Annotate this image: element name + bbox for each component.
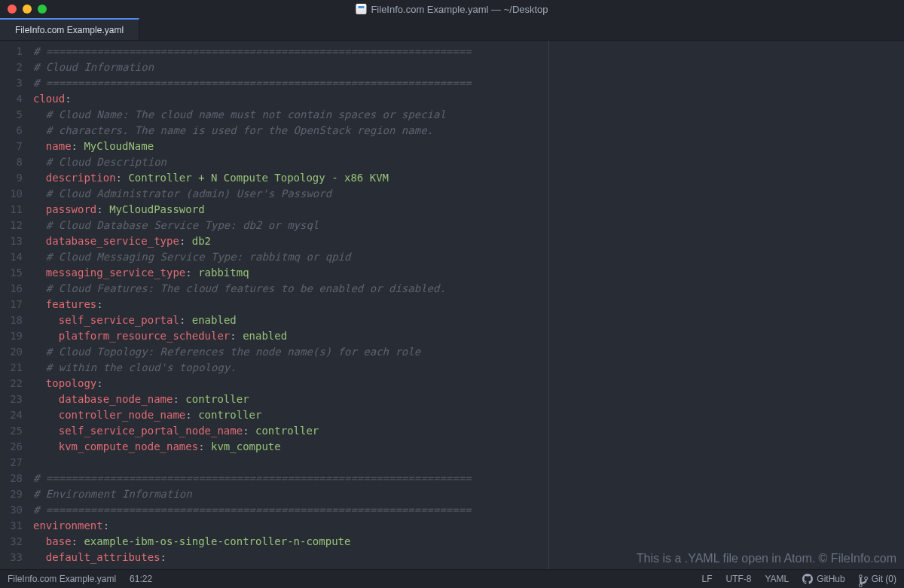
window-title-text: FileInfo.com Example.yaml — ~/Desktop <box>371 4 548 15</box>
line-number[interactable]: 3 <box>0 75 32 91</box>
line-number-gutter[interactable]: 1234567891011121314151617181920212223242… <box>0 41 32 569</box>
line-number[interactable]: 14 <box>0 249 32 265</box>
code-line[interactable]: # ======================================… <box>33 44 904 59</box>
code-line[interactable]: password: MyCloudPassword <box>33 202 904 218</box>
status-github-label: GitHub <box>817 574 844 584</box>
code-line[interactable]: # Cloud Topology: References the node na… <box>33 344 904 360</box>
line-number[interactable]: 5 <box>0 107 32 123</box>
line-number[interactable]: 24 <box>0 407 32 423</box>
status-cursor-position[interactable]: 61:22 <box>130 574 152 584</box>
code-line[interactable]: # Cloud Database Service Type: db2 or my… <box>33 218 904 233</box>
code-line[interactable]: # ======================================… <box>33 471 904 486</box>
close-window-button[interactable] <box>8 5 17 14</box>
status-git-label: Git (0) <box>872 574 896 584</box>
code-line[interactable]: # ======================================… <box>33 75 904 91</box>
file-icon <box>356 4 366 14</box>
line-number[interactable]: 16 <box>0 281 32 297</box>
line-number[interactable]: 25 <box>0 423 32 439</box>
line-number[interactable]: 15 <box>0 265 32 281</box>
code-area[interactable]: # ======================================… <box>32 41 904 569</box>
code-line[interactable]: messaging_service_type: rabbitmq <box>33 265 904 281</box>
line-number[interactable]: 33 <box>0 550 32 565</box>
line-number[interactable]: 19 <box>0 328 32 344</box>
code-line[interactable]: # Cloud Administrator (admin) User's Pas… <box>33 186 904 202</box>
git-branch-icon <box>859 574 868 584</box>
code-line[interactable]: database_node_name: controller <box>33 391 904 407</box>
github-icon <box>802 574 813 584</box>
line-number[interactable]: 6 <box>0 123 32 139</box>
line-number[interactable]: 31 <box>0 518 32 534</box>
line-number[interactable]: 27 <box>0 455 32 471</box>
line-number[interactable]: 13 <box>0 233 32 249</box>
code-line[interactable]: cloud: <box>33 91 904 107</box>
code-line[interactable]: topology: <box>33 376 904 391</box>
code-line[interactable]: base: example-ibm-os-single-controller-n… <box>33 534 904 550</box>
line-number[interactable]: 1 <box>0 44 32 59</box>
status-grammar[interactable]: YAML <box>765 574 789 584</box>
maximize-window-button[interactable] <box>38 5 47 14</box>
code-line[interactable]: features: <box>33 297 904 312</box>
line-number[interactable]: 12 <box>0 218 32 233</box>
window-title: FileInfo.com Example.yaml — ~/Desktop <box>356 4 548 15</box>
editor-pane[interactable]: 1234567891011121314151617181920212223242… <box>0 41 904 569</box>
wrap-guide <box>548 41 549 569</box>
code-line[interactable]: default_attributes: <box>33 550 904 565</box>
tab-bar[interactable]: FileInfo.com Example.yaml <box>0 18 904 41</box>
code-line[interactable]: kvm_compute_node_names: kvm_compute <box>33 439 904 455</box>
code-line[interactable]: # ======================================… <box>33 502 904 518</box>
code-line[interactable]: # Cloud Features: The cloud features to … <box>33 281 904 297</box>
status-git-branch[interactable]: Git (0) <box>859 574 896 584</box>
code-line[interactable]: description: Controller + N Compute Topo… <box>33 170 904 186</box>
minimize-window-button[interactable] <box>23 5 32 14</box>
line-number[interactable]: 11 <box>0 202 32 218</box>
line-number[interactable]: 18 <box>0 312 32 328</box>
status-github[interactable]: GitHub <box>802 574 844 584</box>
tab-label: FileInfo.com Example.yaml <box>15 25 124 35</box>
code-line[interactable]: self_service_portal_node_name: controlle… <box>33 423 904 439</box>
traffic-lights <box>8 5 47 14</box>
code-line[interactable]: # characters. The name is used for the O… <box>33 123 904 139</box>
status-encoding[interactable]: UTF-8 <box>726 574 752 584</box>
code-line[interactable]: # Cloud Messaging Service Type: rabbitmq… <box>33 249 904 265</box>
code-line[interactable]: environment: <box>33 518 904 534</box>
line-number[interactable]: 26 <box>0 439 32 455</box>
status-line-ending[interactable]: LF <box>701 574 712 584</box>
code-line[interactable]: controller_node_name: controller <box>33 407 904 423</box>
line-number[interactable]: 9 <box>0 170 32 186</box>
code-line[interactable]: name: MyCloudName <box>33 139 904 154</box>
line-number[interactable]: 28 <box>0 471 32 486</box>
editor-tab[interactable]: FileInfo.com Example.yaml <box>0 18 139 40</box>
line-number[interactable]: 17 <box>0 297 32 312</box>
status-filename[interactable]: FileInfo.com Example.yaml <box>8 574 116 584</box>
line-number[interactable]: 20 <box>0 344 32 360</box>
code-line[interactable]: platform_resource_scheduler: enabled <box>33 328 904 344</box>
line-number[interactable]: 4 <box>0 91 32 107</box>
line-number[interactable]: 30 <box>0 502 32 518</box>
code-line[interactable]: self_service_portal: enabled <box>33 312 904 328</box>
code-line[interactable]: # Cloud Name: The cloud name must not co… <box>33 107 904 123</box>
line-number[interactable]: 8 <box>0 154 32 170</box>
line-number[interactable]: 23 <box>0 391 32 407</box>
line-number[interactable]: 21 <box>0 360 32 376</box>
status-bar: FileInfo.com Example.yaml 61:22 LF UTF-8… <box>0 569 904 588</box>
line-number[interactable]: 29 <box>0 486 32 502</box>
code-line[interactable]: database_service_type: db2 <box>33 233 904 249</box>
code-line[interactable] <box>33 455 904 471</box>
line-number[interactable]: 22 <box>0 376 32 391</box>
line-number[interactable]: 10 <box>0 186 32 202</box>
window-titlebar: FileInfo.com Example.yaml — ~/Desktop <box>0 0 904 18</box>
code-line[interactable]: # Cloud Description <box>33 154 904 170</box>
code-line[interactable]: # within the cloud's topology. <box>33 360 904 376</box>
code-line[interactable]: # Environment Information <box>33 486 904 502</box>
line-number[interactable]: 32 <box>0 534 32 550</box>
line-number[interactable]: 2 <box>0 59 32 75</box>
line-number[interactable]: 7 <box>0 139 32 154</box>
code-line[interactable]: # Cloud Information <box>33 59 904 75</box>
